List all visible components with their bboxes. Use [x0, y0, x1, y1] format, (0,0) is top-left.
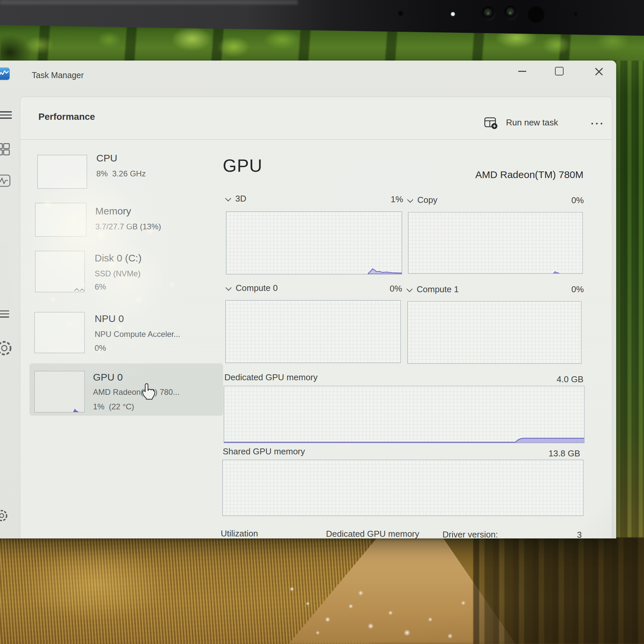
task-manager-window: Task Manager Pe — [0, 61, 616, 538]
ambient-sensor — [528, 6, 544, 23]
chevron-down-icon[interactable] — [225, 195, 231, 201]
ir-camera-lens-icon — [504, 6, 519, 21]
footer-utilization-label: Utilization — [221, 529, 258, 538]
section-compute0-value: 0% — [366, 284, 402, 294]
npu-usage: 0% — [95, 344, 106, 353]
disk-title: Disk 0 (C:) — [95, 253, 142, 264]
chart-dedicated-memory — [224, 386, 584, 443]
chart-compute0 — [225, 300, 401, 363]
minimize-button[interactable] — [515, 65, 529, 78]
chart-3d — [226, 211, 402, 274]
gpu-device: AMD Radeon(TM) 780... — [93, 388, 179, 397]
footer-driver-label: Driver version: — [442, 529, 498, 538]
page-title: Performance — [38, 112, 95, 122]
gpu-usage: 1% (22 °C) — [93, 402, 134, 411]
sidebar-item-gpu[interactable]: GPU 0 AMD Radeon(TM) 780... 1% (22 °C) — [29, 363, 223, 416]
task-manager-app-icon — [0, 68, 10, 80]
memory-title: Memory — [95, 206, 131, 217]
chart-copy — [408, 212, 583, 274]
section-copy-label: Copy — [417, 195, 437, 205]
disk-mini-chart — [35, 251, 85, 292]
footer-dedicated-label: Dedicated GPU memory — [326, 529, 419, 538]
sidebar-item-cpu[interactable]: CPU 8% 3.26 GHz — [29, 150, 223, 196]
chart-compute1 — [407, 301, 581, 364]
gpu-page-title: GPU — [223, 155, 262, 176]
bezel-highlight — [0, 0, 298, 5]
gpu-device-name: AMD Radeon(TM) 780M — [351, 169, 583, 180]
chevron-down-icon[interactable] — [406, 286, 412, 292]
camera-led — [451, 12, 455, 16]
webcam-lens-icon — [481, 6, 496, 21]
section-copy-value: 0% — [547, 195, 584, 206]
maximize-button[interactable] — [552, 65, 567, 78]
wallpaper-flowers — [278, 573, 490, 644]
chevron-down-icon[interactable] — [225, 285, 231, 291]
cpu-stats: 8% 3.26 GHz — [96, 169, 146, 178]
memory-stats: 3.7/27.7 GB (13%) — [95, 222, 161, 231]
section-3d-label: 3D — [235, 194, 246, 204]
wallpaper-bamboo-strip — [613, 61, 644, 540]
hamburger-menu-icon[interactable] — [0, 111, 12, 121]
npu-desc: NPU Compute Acceler... — [95, 330, 180, 339]
disk-usage: 6% — [95, 282, 106, 292]
dedicated-memory-label: Dedicated GPU memory — [224, 372, 318, 383]
wallpaper-ground — [0, 537, 644, 644]
services-icon[interactable] — [0, 339, 14, 358]
section-compute0-label: Compute 0 — [236, 283, 278, 293]
sidebar-item-npu[interactable]: NPU 0 NPU Compute Acceler... 0% — [29, 307, 223, 360]
run-new-task-icon — [484, 116, 497, 129]
run-new-task-label: Run new task — [506, 117, 558, 128]
dedicated-memory-max: 4.0 GB — [530, 374, 583, 385]
section-3d-value: 1% — [367, 194, 403, 205]
section-compute1-label: Compute 1 — [417, 284, 459, 295]
microphone-hole — [398, 11, 403, 16]
close-button[interactable] — [592, 65, 606, 78]
header-separator — [20, 139, 612, 140]
chart-shared-memory — [222, 460, 583, 516]
more-options-button[interactable] — [589, 115, 608, 130]
performance-icon[interactable] — [0, 173, 11, 188]
cpu-title: CPU — [96, 153, 117, 164]
npu-title: NPU 0 — [95, 313, 124, 324]
memory-mini-chart — [35, 203, 86, 237]
footer-driver-value: 3 — [555, 530, 582, 538]
gpu-mini-chart — [34, 371, 85, 412]
window-title: Task Manager — [32, 70, 84, 80]
shared-memory-max: 13.8 GB — [527, 448, 580, 459]
gpu-title: GPU 0 — [93, 372, 123, 383]
npu-mini-chart — [34, 312, 85, 353]
sidebar-item-memory[interactable]: Memory 3.7/27.7 GB (13%) — [29, 198, 223, 244]
details-icon[interactable] — [0, 310, 9, 320]
laptop-photo: Task Manager Pe — [0, 0, 644, 644]
sidebar-item-disk[interactable]: Disk 0 (C:) SSD (NVMe) 6% — [29, 246, 223, 299]
cpu-mini-chart — [37, 155, 87, 189]
mic-hole-2 — [574, 12, 577, 16]
disk-type: SSD (NVMe) — [95, 269, 141, 278]
settings-gear-icon[interactable] — [0, 508, 9, 523]
shared-memory-label: Shared GPU memory — [223, 446, 305, 457]
wallpaper-trunks — [473, 537, 644, 644]
chevron-down-icon[interactable] — [407, 197, 413, 203]
hand-cursor — [140, 382, 157, 401]
performance-page-card: Performance Run new task — [20, 97, 612, 538]
run-new-task-button[interactable]: Run new task — [484, 116, 583, 131]
processes-icon[interactable] — [0, 142, 11, 157]
section-compute1-value: 0% — [547, 284, 584, 295]
